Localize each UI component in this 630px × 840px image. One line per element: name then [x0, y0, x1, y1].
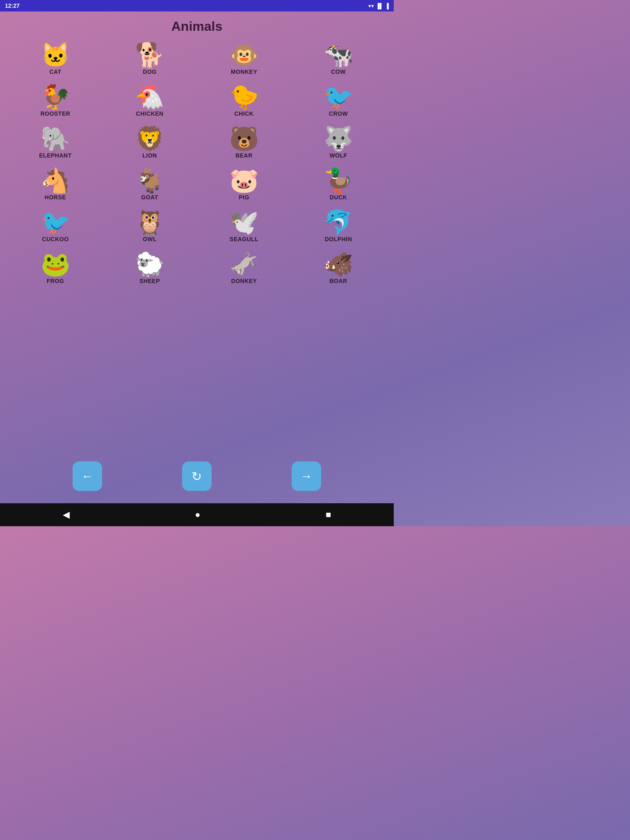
frog-icon: 🐸 — [41, 252, 70, 276]
dolphin-icon: 🐬 — [324, 210, 353, 234]
horse-label: HORSE — [45, 194, 66, 201]
elephant-label: ELEPHANT — [39, 152, 71, 159]
seagull-label: SEAGULL — [230, 236, 258, 242]
chicken-icon: 🐔 — [135, 85, 164, 109]
horse-icon: 🐴 — [41, 169, 70, 192]
dog-icon: 🐕 — [135, 43, 164, 67]
rooster-label: ROOSTER — [41, 110, 71, 117]
crow-icon: 🐦 — [324, 85, 353, 109]
animal-item-pig[interactable]: 🐷PIG — [197, 164, 291, 205]
boar-icon: 🐗 — [324, 252, 353, 276]
cow-icon: 🐄 — [324, 43, 353, 67]
animal-item-elephant[interactable]: 🐘ELEPHANT — [8, 122, 103, 164]
cow-label: COW — [331, 68, 346, 75]
animal-item-frog[interactable]: 🐸FROG — [8, 247, 103, 289]
animal-item-boar[interactable]: 🐗BOAR — [291, 247, 386, 289]
animal-item-lion[interactable]: 🦁LION — [103, 122, 197, 164]
refresh-button[interactable]: ↻ — [182, 461, 212, 491]
duck-label: DUCK — [330, 194, 347, 201]
donkey-label: DONKEY — [231, 278, 257, 284]
monkey-label: MONKEY — [231, 68, 257, 75]
status-icons: ▾▾ ▐▌ ▐ — [368, 3, 389, 9]
pig-icon: 🐷 — [229, 169, 259, 192]
rooster-icon: 🐓 — [41, 85, 70, 109]
animal-item-duck[interactable]: 🦆DUCK — [291, 164, 386, 205]
goat-label: GOAT — [141, 194, 158, 201]
seagull-icon: 🕊️ — [229, 210, 259, 234]
animal-item-dolphin[interactable]: 🐬DOLPHIN — [291, 205, 386, 247]
wolf-icon: 🐺 — [324, 127, 353, 151]
lion-icon: 🦁 — [135, 127, 164, 151]
status-bar: 12:27 ▾▾ ▐▌ ▐ — [0, 0, 394, 11]
dolphin-label: DOLPHIN — [325, 236, 352, 242]
animal-item-rooster[interactable]: 🐓ROOSTER — [8, 80, 103, 122]
bottom-bar: ◀ ● ■ — [0, 503, 394, 526]
cuckoo-label: CUCKOO — [42, 236, 68, 242]
bear-icon: 🐻 — [229, 127, 259, 151]
cat-icon: 🐱 — [41, 43, 70, 67]
signal-icon: ▐▌ — [376, 3, 383, 9]
back-nav-icon[interactable]: ◀ — [63, 509, 70, 520]
page-title: Animals — [0, 11, 394, 38]
bear-label: BEAR — [235, 152, 253, 159]
animal-item-cow[interactable]: 🐄COW — [291, 38, 386, 80]
owl-icon: 🦉 — [135, 210, 164, 234]
wifi-icon: ▾▾ — [368, 3, 374, 9]
animal-item-bear[interactable]: 🐻BEAR — [197, 122, 291, 164]
duck-icon: 🦆 — [324, 169, 353, 192]
animal-item-seagull[interactable]: 🕊️SEAGULL — [197, 205, 291, 247]
sheep-label: SHEEP — [139, 278, 160, 284]
animal-item-cuckoo[interactable]: 🐦CUCKOO — [8, 205, 103, 247]
back-button[interactable]: ← — [73, 461, 102, 491]
animal-item-chick[interactable]: 🐤CHICK — [197, 80, 291, 122]
sheep-icon: 🐑 — [135, 252, 164, 276]
crow-label: CROW — [329, 110, 348, 117]
dog-label: DOG — [143, 68, 156, 75]
frog-label: FROG — [47, 278, 64, 284]
animal-item-sheep[interactable]: 🐑SHEEP — [103, 247, 197, 289]
donkey-icon: 🫏 — [229, 252, 259, 276]
chicken-label: CHICKEN — [136, 110, 163, 117]
cuckoo-icon: 🐦 — [41, 210, 70, 234]
monkey-icon: 🐵 — [229, 43, 259, 67]
animal-item-owl[interactable]: 🦉OWL — [103, 205, 197, 247]
animal-item-monkey[interactable]: 🐵MONKEY — [197, 38, 291, 80]
chick-icon: 🐤 — [229, 85, 259, 109]
status-time: 12:27 — [5, 2, 20, 9]
animal-item-crow[interactable]: 🐦CROW — [291, 80, 386, 122]
animals-grid: 🐱CAT🐕DOG🐵MONKEY🐄COW🐓ROOSTER🐔CHICKEN🐤CHIC… — [0, 38, 394, 289]
animal-item-cat[interactable]: 🐱CAT — [8, 38, 103, 80]
elephant-icon: 🐘 — [41, 127, 70, 151]
recent-nav-icon[interactable]: ■ — [326, 509, 331, 520]
home-nav-icon[interactable]: ● — [195, 509, 200, 520]
wolf-label: WOLF — [329, 152, 347, 159]
boar-label: BOAR — [329, 278, 347, 284]
owl-label: OWL — [143, 236, 157, 242]
animal-item-dog[interactable]: 🐕DOG — [103, 38, 197, 80]
extra-space — [0, 289, 394, 453]
pig-label: PIG — [239, 194, 249, 201]
forward-button[interactable]: → — [292, 461, 321, 491]
goat-icon: 🐐 — [135, 169, 164, 192]
battery-icon: ▐ — [385, 3, 389, 9]
animal-item-goat[interactable]: 🐐GOAT — [103, 164, 197, 205]
cat-label: CAT — [49, 68, 61, 75]
chick-label: CHICK — [235, 110, 254, 117]
animal-item-horse[interactable]: 🐴HORSE — [8, 164, 103, 205]
nav-buttons: ← ↻ → — [0, 453, 394, 503]
animal-item-wolf[interactable]: 🐺WOLF — [291, 122, 386, 164]
animal-item-donkey[interactable]: 🫏DONKEY — [197, 247, 291, 289]
animal-item-chicken[interactable]: 🐔CHICKEN — [103, 80, 197, 122]
lion-label: LION — [142, 152, 157, 159]
